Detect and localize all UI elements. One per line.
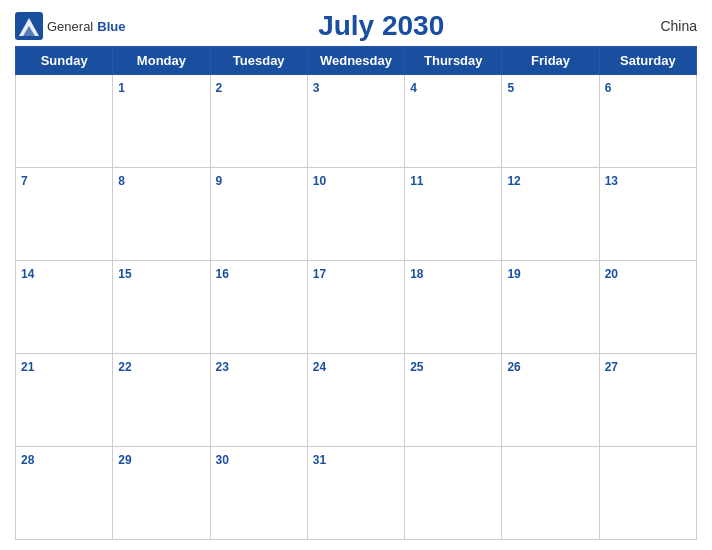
country-label: China	[637, 18, 697, 34]
calendar-cell: 19	[502, 261, 599, 354]
calendar-cell: 6	[599, 75, 696, 168]
calendar-cell: 24	[307, 354, 404, 447]
calendar-cell: 9	[210, 168, 307, 261]
week-row-3: 14151617181920	[16, 261, 697, 354]
day-number: 15	[118, 267, 131, 281]
calendar-title: July 2030	[125, 10, 637, 42]
week-row-2: 78910111213	[16, 168, 697, 261]
calendar-cell: 1	[113, 75, 210, 168]
week-row-4: 21222324252627	[16, 354, 697, 447]
day-number: 6	[605, 81, 612, 95]
calendar-cell	[502, 447, 599, 540]
calendar-cell	[16, 75, 113, 168]
logo-general-text: General	[47, 19, 93, 34]
calendar-cell: 13	[599, 168, 696, 261]
day-number: 4	[410, 81, 417, 95]
calendar-cell: 11	[405, 168, 502, 261]
calendar-cell: 30	[210, 447, 307, 540]
calendar-cell: 2	[210, 75, 307, 168]
calendar-cell: 22	[113, 354, 210, 447]
logo-blue-text: Blue	[97, 19, 125, 34]
day-number: 26	[507, 360, 520, 374]
calendar-cell: 27	[599, 354, 696, 447]
top-bar: General Blue July 2030 China	[15, 10, 697, 42]
calendar-cell: 5	[502, 75, 599, 168]
day-number: 7	[21, 174, 28, 188]
day-number: 3	[313, 81, 320, 95]
day-number: 9	[216, 174, 223, 188]
day-number: 20	[605, 267, 618, 281]
calendar-cell: 26	[502, 354, 599, 447]
day-number: 23	[216, 360, 229, 374]
generalblue-logo-icon	[15, 12, 43, 40]
calendar-cell: 25	[405, 354, 502, 447]
week-row-5: 28293031	[16, 447, 697, 540]
day-number: 31	[313, 453, 326, 467]
day-number: 14	[21, 267, 34, 281]
calendar-cell: 20	[599, 261, 696, 354]
calendar-cell: 31	[307, 447, 404, 540]
calendar-cell: 12	[502, 168, 599, 261]
calendar-cell: 16	[210, 261, 307, 354]
day-number: 19	[507, 267, 520, 281]
col-header-sunday: Sunday	[16, 47, 113, 75]
calendar-cell: 7	[16, 168, 113, 261]
calendar-cell: 28	[16, 447, 113, 540]
day-number: 1	[118, 81, 125, 95]
col-header-wednesday: Wednesday	[307, 47, 404, 75]
col-header-thursday: Thursday	[405, 47, 502, 75]
day-number: 17	[313, 267, 326, 281]
calendar-cell: 8	[113, 168, 210, 261]
day-number: 12	[507, 174, 520, 188]
calendar-table: SundayMondayTuesdayWednesdayThursdayFrid…	[15, 46, 697, 540]
col-header-tuesday: Tuesday	[210, 47, 307, 75]
day-headers-row: SundayMondayTuesdayWednesdayThursdayFrid…	[16, 47, 697, 75]
day-number: 21	[21, 360, 34, 374]
day-number: 25	[410, 360, 423, 374]
day-number: 22	[118, 360, 131, 374]
calendar-cell: 15	[113, 261, 210, 354]
calendar-cell: 3	[307, 75, 404, 168]
calendar-cell	[599, 447, 696, 540]
col-header-saturday: Saturday	[599, 47, 696, 75]
day-number: 29	[118, 453, 131, 467]
calendar-cell: 4	[405, 75, 502, 168]
day-number: 16	[216, 267, 229, 281]
day-number: 18	[410, 267, 423, 281]
week-row-1: 123456	[16, 75, 697, 168]
calendar-cell: 29	[113, 447, 210, 540]
day-number: 10	[313, 174, 326, 188]
day-number: 8	[118, 174, 125, 188]
logo: General Blue	[15, 12, 125, 40]
col-header-monday: Monday	[113, 47, 210, 75]
calendar-cell	[405, 447, 502, 540]
col-header-friday: Friday	[502, 47, 599, 75]
day-number: 24	[313, 360, 326, 374]
day-number: 2	[216, 81, 223, 95]
calendar-cell: 21	[16, 354, 113, 447]
day-number: 11	[410, 174, 423, 188]
day-number: 30	[216, 453, 229, 467]
calendar-cell: 10	[307, 168, 404, 261]
calendar-cell: 18	[405, 261, 502, 354]
day-number: 5	[507, 81, 514, 95]
day-number: 13	[605, 174, 618, 188]
calendar-cell: 14	[16, 261, 113, 354]
day-number: 28	[21, 453, 34, 467]
calendar-cell: 17	[307, 261, 404, 354]
calendar-cell: 23	[210, 354, 307, 447]
day-number: 27	[605, 360, 618, 374]
